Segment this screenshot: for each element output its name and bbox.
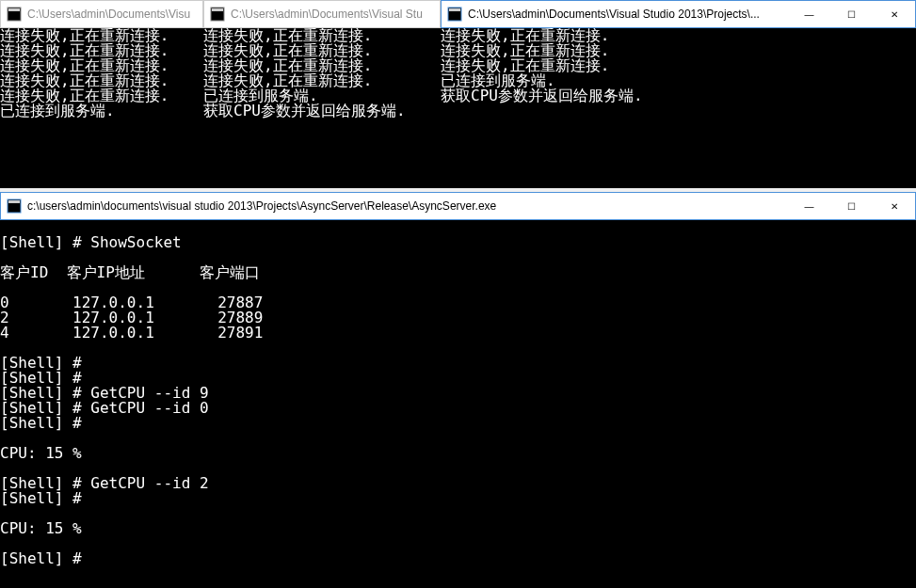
client-console-window-2: C:\Users\admin\Documents\Visual Stu 连接失败… [203, 0, 441, 188]
console-output[interactable]: 连接失败,正在重新连接. 连接失败,正在重新连接. 连接失败,正在重新连接. 已… [441, 28, 916, 188]
window-title: C:\Users\admin\Documents\Visual Stu [231, 8, 440, 21]
client-console-window-1: C:\Users\admin\Documents\Visu 连接失败,正在重新连… [0, 0, 203, 188]
app-icon [447, 7, 462, 22]
window-title: C:\Users\admin\Documents\Visual Studio 2… [468, 8, 788, 21]
close-button[interactable]: ✕ [873, 193, 915, 219]
app-icon [210, 7, 225, 22]
window-controls: — ☐ ✕ [788, 193, 915, 219]
svg-rect-7 [8, 200, 20, 203]
console-output[interactable]: [Shell] # ShowSocket 客户ID 客户IP地址 客户端口 0 … [0, 220, 916, 588]
console-output[interactable]: 连接失败,正在重新连接. 连接失败,正在重新连接. 连接失败,正在重新连接. 连… [203, 28, 441, 188]
maximize-button[interactable]: ☐ [830, 1, 873, 27]
app-icon [7, 199, 22, 214]
titlebar[interactable]: c:\users\admin\documents\visual studio 2… [0, 192, 916, 220]
titlebar[interactable]: C:\Users\admin\Documents\Visual Stu [203, 0, 441, 28]
window-controls: — ☐ ✕ [788, 1, 915, 27]
minimize-button[interactable]: — [788, 1, 830, 27]
titlebar[interactable]: C:\Users\admin\Documents\Visu [0, 0, 203, 28]
client-console-window-3: C:\Users\admin\Documents\Visual Studio 2… [441, 0, 916, 188]
console-output[interactable]: 连接失败,正在重新连接. 连接失败,正在重新连接. 连接失败,正在重新连接. 连… [0, 28, 203, 188]
app-icon [7, 7, 22, 22]
titlebar[interactable]: C:\Users\admin\Documents\Visual Studio 2… [441, 0, 916, 28]
minimize-button[interactable]: — [788, 193, 830, 219]
svg-rect-5 [449, 8, 460, 11]
server-console-window: c:\users\admin\documents\visual studio 2… [0, 192, 916, 588]
window-title: C:\Users\admin\Documents\Visu [27, 8, 202, 21]
maximize-button[interactable]: ☐ [830, 193, 873, 219]
svg-rect-1 [8, 8, 20, 11]
svg-rect-3 [212, 8, 223, 11]
window-title: c:\users\admin\documents\visual studio 2… [27, 199, 788, 213]
close-button[interactable]: ✕ [873, 1, 915, 27]
